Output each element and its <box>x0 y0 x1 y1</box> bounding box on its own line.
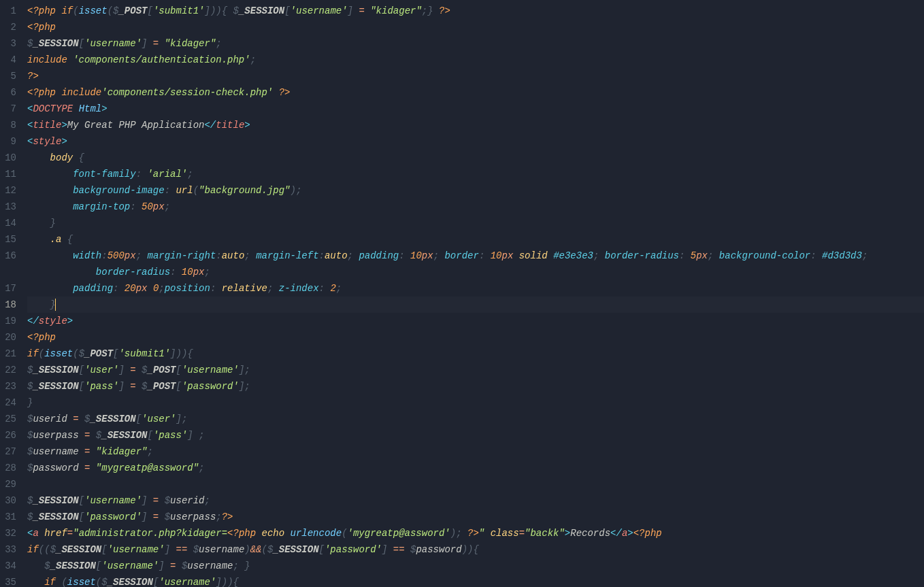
line-number: 28 <box>0 460 16 476</box>
line-number: 9 <box>0 133 16 150</box>
line-number: 25 <box>0 411 16 427</box>
line-number: 23 <box>0 378 16 395</box>
code-line[interactable]: $_SESSION['user'] = $_POST['username']; <box>27 362 924 378</box>
line-number: 34 <box>0 558 16 574</box>
line-number: 31 <box>0 509 16 525</box>
line-number: 26 <box>0 427 16 443</box>
line-number: 1 <box>0 3 16 19</box>
line-number <box>0 264 16 280</box>
line-number: 35 <box>0 574 16 587</box>
code-line[interactable]: <?php <box>27 329 924 346</box>
line-number: 14 <box>0 215 16 231</box>
line-number: 19 <box>0 313 16 329</box>
line-number: 20 <box>0 329 16 346</box>
code-line[interactable]: font-family: 'arial'; <box>27 166 924 182</box>
code-line[interactable]: } <box>27 395 924 411</box>
line-number: 3 <box>0 35 16 52</box>
code-line[interactable]: include 'components/authentication.php'; <box>27 52 924 68</box>
code-line[interactable]: if(($_SESSION['username'] == $username)&… <box>27 541 924 558</box>
code-line[interactable]: } <box>27 297 924 313</box>
line-number: 15 <box>0 231 16 248</box>
line-number: 11 <box>0 166 16 182</box>
code-line[interactable]: $username = "kidager"; <box>27 443 924 460</box>
code-line[interactable]: $_SESSION['password'] = $userpass;?> <box>27 509 924 525</box>
line-number: 5 <box>0 68 16 84</box>
code-line[interactable]: </style> <box>27 313 924 329</box>
line-number: 10 <box>0 150 16 166</box>
code-line[interactable]: .a { <box>27 231 924 248</box>
code-line[interactable]: $_SESSION['username'] = $username; } <box>27 558 924 574</box>
line-number: 2 <box>0 19 16 35</box>
line-number: 29 <box>0 476 16 492</box>
code-line[interactable]: width:500px; margin-right:auto; margin-l… <box>27 248 924 264</box>
code-line[interactable]: <style> <box>27 133 924 150</box>
code-line[interactable] <box>27 476 924 492</box>
code-line[interactable]: <DOCTYPE Html> <box>27 101 924 117</box>
line-number: 32 <box>0 525 16 541</box>
code-line[interactable]: $userid = $_SESSION['user']; <box>27 411 924 427</box>
line-number: 24 <box>0 395 16 411</box>
line-number: 33 <box>0 541 16 558</box>
line-number: 27 <box>0 443 16 460</box>
code-line[interactable]: <a href="administrator.php?kidager=<?php… <box>27 525 924 541</box>
code-line[interactable]: body { <box>27 150 924 166</box>
code-line[interactable]: <?php if(isset($_POST['submit1'])){ $_SE… <box>27 3 924 19</box>
line-number: 7 <box>0 101 16 117</box>
code-line[interactable]: border-radius: 10px; <box>27 264 924 280</box>
code-line[interactable]: } <box>27 215 924 231</box>
code-line[interactable]: $password = "mygreatp@assword"; <box>27 460 924 476</box>
line-number: 8 <box>0 117 16 133</box>
line-number: 6 <box>0 84 16 101</box>
line-number-gutter: 1234567891011121314151617181920212223242… <box>0 0 22 587</box>
line-number: 21 <box>0 346 16 362</box>
code-line[interactable]: $_SESSION['username'] = "kidager"; <box>27 35 924 52</box>
line-number: 18 <box>0 297 16 313</box>
code-line[interactable]: margin-top: 50px; <box>27 199 924 215</box>
code-line[interactable]: $userpass = $_SESSION['pass'] ; <box>27 427 924 443</box>
line-number: 17 <box>0 280 16 297</box>
code-line[interactable]: ?> <box>27 68 924 84</box>
cursor <box>55 299 56 311</box>
code-line[interactable]: <?php include'components/session-check.p… <box>27 84 924 101</box>
line-number: 30 <box>0 492 16 509</box>
line-number: 16 <box>0 248 16 264</box>
code-line[interactable]: background-image: url("background.jpg"); <box>27 182 924 199</box>
line-number: 12 <box>0 182 16 199</box>
line-number: 22 <box>0 362 16 378</box>
code-line[interactable]: <title>My Great PHP Application</title> <box>27 117 924 133</box>
code-line[interactable]: if (isset($_SESSION['username'])){ <box>27 574 924 587</box>
line-number: 4 <box>0 52 16 68</box>
line-number: 13 <box>0 199 16 215</box>
code-editor[interactable]: 1234567891011121314151617181920212223242… <box>0 0 924 587</box>
code-line[interactable]: $_SESSION['pass'] = $_POST['password']; <box>27 378 924 395</box>
code-line[interactable]: $_SESSION['username'] = $userid; <box>27 492 924 509</box>
code-line[interactable]: padding: 20px 0;position: relative; z-in… <box>27 280 924 297</box>
code-area[interactable]: <?php if(isset($_POST['submit1'])){ $_SE… <box>22 0 924 587</box>
code-line[interactable]: <?php <box>27 19 924 35</box>
code-line[interactable]: if(isset($_POST['submit1'])){ <box>27 346 924 362</box>
